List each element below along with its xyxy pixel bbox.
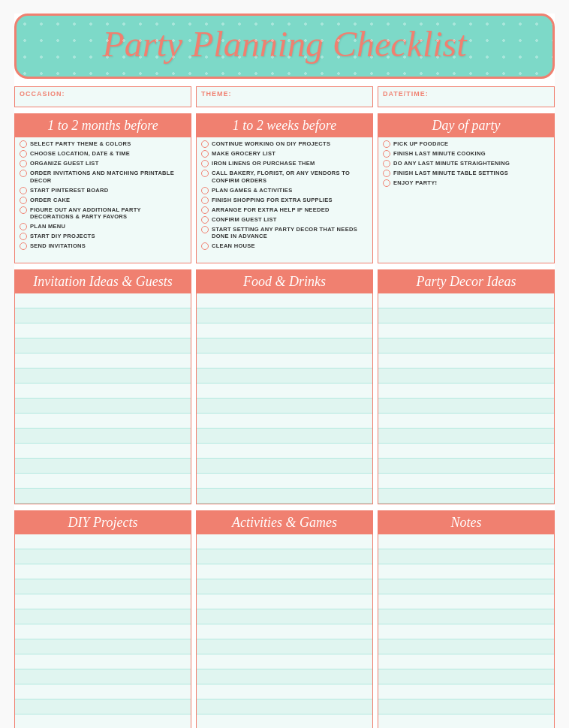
notes-line[interactable] [197, 414, 372, 429]
list-item[interactable]: CLEAN HOUSE [201, 242, 368, 250]
list-item[interactable]: FINISH LAST MINUTE COOKING [383, 150, 549, 158]
occasion-field[interactable]: OCCASION: [14, 86, 191, 107]
checkbox-circle[interactable] [20, 170, 27, 177]
notes-line[interactable] [378, 489, 554, 504]
notes-line[interactable] [15, 489, 191, 504]
checkbox-circle[interactable] [201, 197, 209, 204]
checkbox-circle[interactable] [20, 140, 27, 148]
notes-line[interactable] [378, 384, 554, 399]
notes-line[interactable] [15, 384, 191, 399]
checkbox-circle[interactable] [201, 140, 209, 148]
checkbox-circle[interactable] [20, 233, 27, 240]
checkbox-circle[interactable] [20, 223, 27, 230]
notes-line[interactable] [197, 459, 372, 474]
checkbox-circle[interactable] [201, 160, 209, 167]
notes-line[interactable] [15, 699, 191, 714]
checkbox-circle[interactable] [201, 170, 209, 177]
notes-line[interactable] [197, 399, 372, 414]
notes-line[interactable] [15, 369, 191, 384]
list-item[interactable]: START SETTING ANY PARTY DECOR THAT NEEDS… [201, 226, 368, 241]
checkbox-circle[interactable] [20, 197, 27, 204]
notes-line[interactable] [378, 654, 554, 669]
notes-line[interactable] [15, 654, 191, 669]
notes-line[interactable] [378, 353, 554, 369]
list-item[interactable]: DO ANY LAST MINUTE STRAIGHTENING [383, 160, 549, 167]
checkbox-circle[interactable] [20, 160, 27, 167]
notes-line[interactable] [15, 549, 191, 564]
checkbox-circle[interactable] [201, 187, 209, 194]
notes-line[interactable] [378, 699, 554, 714]
notes-line[interactable] [15, 594, 191, 609]
list-item[interactable]: ORDER INVITATIONS AND MATCHING PRINTABLE… [20, 170, 186, 185]
list-item[interactable]: MAKE GROCERY LIST [201, 150, 368, 158]
notes-line[interactable] [378, 549, 554, 564]
list-item[interactable]: ARRANGE FOR EXTRA HELP IF NEEDED [201, 206, 368, 214]
notes-line[interactable] [378, 609, 554, 624]
notes-line[interactable] [197, 429, 372, 444]
list-item[interactable]: FINISH LAST MINUTE TABLE SETTINGS [383, 170, 549, 177]
notes-line[interactable] [197, 308, 372, 323]
notes-line[interactable] [15, 399, 191, 414]
notes-line[interactable] [197, 624, 372, 639]
checkbox-circle[interactable] [201, 206, 209, 214]
notes-line[interactable] [15, 308, 191, 323]
notes-line[interactable] [378, 579, 554, 594]
notes-line[interactable] [197, 564, 372, 579]
theme-field[interactable]: THEME: [196, 86, 373, 107]
notes-line[interactable] [197, 579, 372, 594]
notes-line[interactable] [15, 474, 191, 489]
notes-line[interactable] [15, 609, 191, 624]
list-item[interactable]: ORDER CAKE [20, 197, 186, 204]
notes-line[interactable] [197, 384, 372, 399]
notes-line[interactable] [378, 323, 554, 338]
checkbox-circle[interactable] [20, 150, 27, 158]
notes-line[interactable] [197, 654, 372, 669]
notes-line[interactable] [197, 323, 372, 338]
notes-line[interactable] [15, 564, 191, 579]
notes-line[interactable] [378, 669, 554, 684]
notes-line[interactable] [197, 444, 372, 459]
notes-line[interactable] [378, 684, 554, 699]
notes-line[interactable] [197, 639, 372, 654]
checkbox-circle[interactable] [201, 242, 209, 250]
notes-line[interactable] [15, 714, 191, 728]
list-item[interactable]: START PINTEREST BOARD [20, 187, 186, 194]
notes-line[interactable] [197, 534, 372, 549]
notes-line[interactable] [15, 338, 191, 353]
notes-line[interactable] [197, 489, 372, 504]
list-item[interactable]: FINISH SHOPPING FOR EXTRA SUPPLIES [201, 197, 368, 204]
notes-line[interactable] [197, 549, 372, 564]
notes-line[interactable] [378, 293, 554, 308]
notes-line[interactable] [197, 594, 372, 609]
notes-line[interactable] [378, 338, 554, 353]
notes-line[interactable] [378, 624, 554, 639]
list-item[interactable]: PICK UP FOOD/ICE [383, 140, 549, 148]
notes-line[interactable] [15, 323, 191, 338]
notes-line[interactable] [378, 369, 554, 384]
datetime-field[interactable]: DATE/TIME: [378, 86, 555, 107]
checkbox-circle[interactable] [383, 160, 390, 167]
checkbox-circle[interactable] [383, 140, 390, 148]
notes-line[interactable] [15, 353, 191, 369]
notes-line[interactable] [15, 639, 191, 654]
list-item[interactable]: PLAN MENU [20, 223, 186, 230]
notes-line[interactable] [197, 293, 372, 308]
notes-line[interactable] [197, 714, 372, 728]
list-item[interactable]: SELECT PARTY THEME & COLORS [20, 140, 186, 148]
list-item[interactable]: CONFIRM GUEST LIST [201, 216, 368, 224]
checkbox-circle[interactable] [20, 206, 27, 214]
notes-line[interactable] [378, 534, 554, 549]
notes-line[interactable] [15, 414, 191, 429]
notes-line[interactable] [378, 474, 554, 489]
notes-line[interactable] [15, 429, 191, 444]
notes-line[interactable] [197, 609, 372, 624]
notes-line[interactable] [15, 293, 191, 308]
notes-line[interactable] [15, 684, 191, 699]
notes-line[interactable] [197, 369, 372, 384]
checkbox-circle[interactable] [383, 170, 390, 177]
checkbox-circle[interactable] [383, 179, 390, 187]
notes-line[interactable] [378, 594, 554, 609]
notes-line[interactable] [197, 338, 372, 353]
notes-line[interactable] [15, 669, 191, 684]
list-item[interactable]: SEND INVITATIONS [20, 242, 186, 250]
